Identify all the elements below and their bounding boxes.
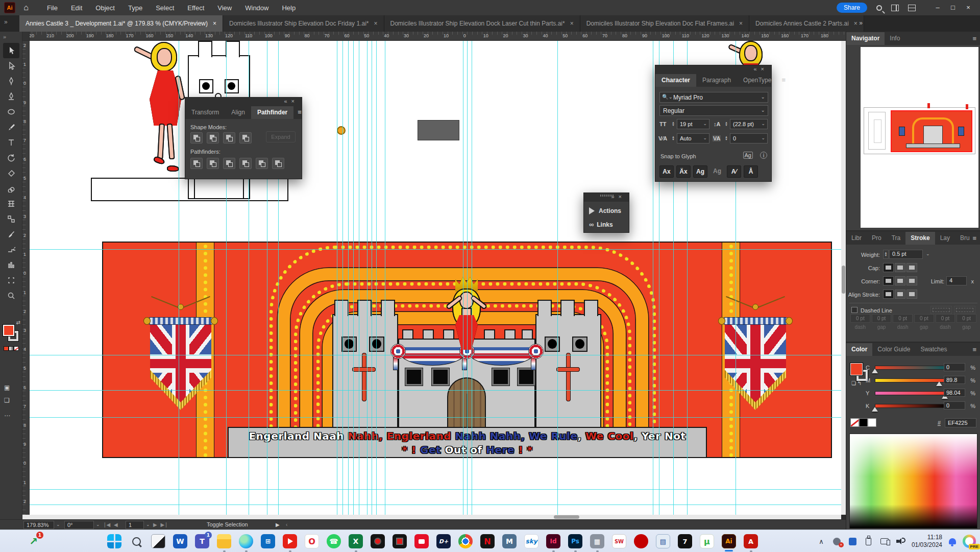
taskbar-youtube-icon[interactable] — [283, 534, 297, 548]
tab-transform[interactable]: Transform — [185, 106, 225, 119]
none-mode-swatch[interactable] — [14, 346, 19, 351]
font-family-caret-icon[interactable]: ⌄ — [761, 94, 765, 100]
pathfinder-menu-icon[interactable]: ≡ — [293, 106, 306, 119]
character-menu-icon[interactable]: ≡ — [777, 74, 790, 87]
tracking-stepper[interactable]: ▲▼ — [724, 133, 729, 143]
taskbar-netflix-icon[interactable]: N — [480, 534, 495, 548]
sync-status-icon[interactable]: × — [832, 537, 842, 546]
tab-close-icon[interactable]: × — [374, 20, 377, 27]
taskbar-disney-icon[interactable]: D+ — [436, 534, 451, 548]
font-family-field[interactable]: 🔍⌄ Myriad Pro ⌄ — [659, 92, 768, 103]
document-tab[interactable]: Domiciles Illustrator Ship Elevation Doc… — [384, 15, 580, 32]
white-swatch[interactable] — [868, 418, 876, 427]
align-stroke-buttons[interactable] — [883, 290, 917, 299]
panel-close-icon[interactable]: × — [761, 66, 768, 72]
value-field-M[interactable]: 89.8 — [944, 376, 965, 384]
vertical-scrollbar-thumb[interactable] — [842, 266, 845, 294]
none-swatch[interactable] — [850, 418, 859, 427]
artboard-tool[interactable] — [3, 273, 19, 288]
artboard-last-icon[interactable]: ▶ ▶| — [153, 522, 168, 527]
fill-color-swatch[interactable] — [3, 325, 14, 336]
color-fill-swatch[interactable] — [850, 363, 863, 375]
taskbar-photoshop-icon[interactable]: Ps — [568, 534, 582, 548]
arrange-documents-icon[interactable] — [891, 5, 899, 11]
navigator-view-box[interactable] — [891, 110, 972, 152]
tab-close-icon[interactable]: × — [739, 20, 743, 27]
swap-fill-stroke-icon[interactable]: ⇄ — [16, 320, 20, 325]
tab-character[interactable]: Character — [655, 74, 696, 87]
toolbar-expand-icon[interactable]: » — [3, 34, 6, 40]
taskbar-search-icon[interactable] — [129, 534, 143, 548]
tab-stroke[interactable]: Stroke — [905, 232, 935, 245]
paintbrush-tool[interactable] — [3, 119, 19, 135]
stroke-menu-icon[interactable]: ≡ — [972, 234, 976, 242]
leading-caret-icon[interactable]: ⌄ — [761, 121, 765, 126]
tab-close-icon[interactable]: × — [213, 20, 216, 27]
glyph-snap-button-2[interactable]: Ag — [693, 165, 707, 178]
tab-paragraph[interactable]: Paragraph — [696, 74, 737, 87]
document-tab[interactable]: Domiciles Annies Castle 2 Parts.ai× — [749, 15, 864, 32]
gray-rectangle-shape[interactable] — [418, 120, 459, 140]
menu-window[interactable]: Window — [245, 4, 268, 12]
tab-overflow-right-icon[interactable]: » — [859, 19, 863, 27]
tab-overflow-left-icon[interactable]: » — [4, 18, 8, 26]
orange-dot-shape[interactable] — [337, 126, 346, 135]
panel-grip[interactable] — [600, 195, 614, 197]
font-search-icon[interactable]: 🔍⌄ — [662, 94, 673, 100]
hex-field[interactable]: EF4225 — [945, 418, 976, 427]
status-play-icon[interactable]: ▶ — [276, 522, 281, 527]
volume-icon[interactable] — [896, 537, 905, 546]
menu-edit[interactable]: Edit — [71, 4, 82, 12]
share-button[interactable]: Share — [837, 3, 867, 13]
info-icon[interactable]: i — [760, 152, 767, 159]
notifications-bell-icon[interactable] — [949, 538, 956, 544]
taskbar-bank-icon[interactable] — [414, 534, 429, 548]
menu-view[interactable]: View — [217, 4, 232, 12]
kerning-field[interactable]: Auto⌄ — [677, 133, 709, 143]
weight-stepper[interactable]: ▲▼ — [883, 250, 889, 259]
unite-button[interactable] — [190, 132, 203, 143]
tab-align[interactable]: Align — [225, 106, 251, 119]
taskbar-clock[interactable]: 11:18 01/03/2024 — [912, 534, 942, 549]
tab-pathfinder[interactable]: Pathfinder — [251, 106, 293, 119]
color-mode-icons[interactable]: ❏ ↰ — [851, 380, 862, 386]
leading-stepper[interactable]: ▲▼ — [724, 119, 729, 129]
artboard-caret-icon[interactable]: ⌄ — [146, 522, 150, 527]
shape-builder-tool[interactable] — [3, 181, 19, 196]
horizontal-ruler[interactable]: 2202102001901801701601501401301201101009… — [22, 32, 846, 41]
document-tab[interactable]: Annies Castle 3 _ Development 1.ai* @ 17… — [19, 15, 223, 32]
crop-button[interactable] — [239, 158, 252, 169]
taskbar-corel-icon[interactable]: 7 — [678, 534, 692, 548]
minus-back-button[interactable] — [272, 158, 284, 169]
direct-selection-tool[interactable] — [3, 58, 19, 74]
weather-widget-icon[interactable]: ↗1 — [27, 534, 41, 548]
tracking-caret-icon[interactable]: ⌄ — [761, 135, 765, 140]
menu-object[interactable]: Object — [95, 4, 115, 12]
window-minimize-button[interactable]: – — [930, 0, 945, 15]
rotate-tool[interactable] — [3, 150, 19, 165]
copilot-icon[interactable]: PRE — [963, 535, 976, 548]
slider-thumb-C[interactable] — [872, 369, 878, 373]
tab-close-icon[interactable]: × — [570, 20, 574, 27]
free-transform-tool[interactable] — [3, 211, 19, 227]
draw-mode-icon[interactable]: ▣ — [4, 384, 10, 391]
menu-file[interactable]: File — [47, 4, 58, 12]
search-icon[interactable] — [876, 5, 882, 11]
glyph-snap-button-0[interactable]: Ax — [659, 165, 674, 178]
taskbar-edge-icon[interactable] — [239, 534, 253, 548]
slider-Y[interactable] — [875, 391, 946, 395]
taskbar-excel-icon[interactable]: X — [349, 534, 363, 548]
tab-libraries[interactable]: Libr — [846, 232, 867, 245]
slider-C[interactable] — [875, 366, 946, 370]
tray-overflow-icon[interactable]: ∧ — [817, 537, 826, 546]
tab-layers[interactable]: Lay — [935, 232, 955, 245]
limit-field[interactable]: 4 — [946, 276, 967, 285]
type-tool[interactable] — [3, 135, 19, 150]
navigator-preview[interactable] — [861, 47, 978, 228]
taskbar-mapp-icon[interactable]: M — [502, 534, 517, 548]
kerning-caret-icon[interactable]: ⌄ — [703, 135, 707, 140]
glyph-snap-button-1[interactable]: Äx — [676, 165, 691, 178]
tab-swatches[interactable]: Swatches — [915, 343, 952, 356]
tab-properties[interactable]: Pro — [867, 232, 887, 245]
taskbar-sky-icon[interactable]: sky — [524, 534, 538, 548]
